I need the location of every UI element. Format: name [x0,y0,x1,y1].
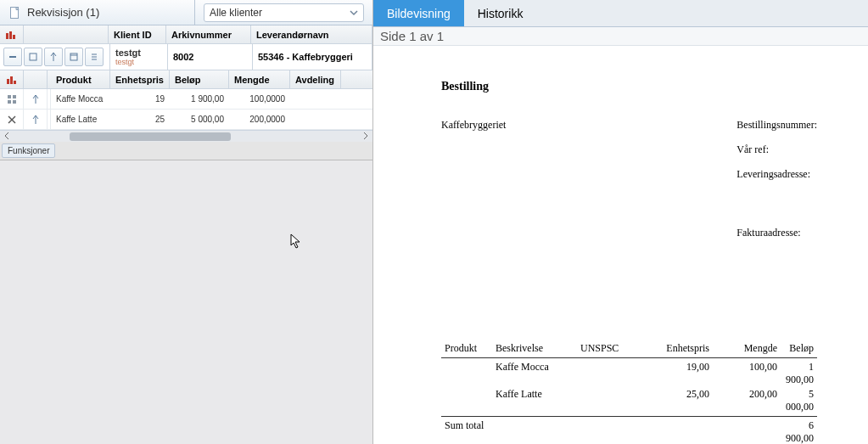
delete-icon[interactable] [0,110,24,129]
svg-rect-5 [30,53,36,60]
scroll-right-icon[interactable] [362,132,369,142]
list-button[interactable] [85,48,104,66]
empty-area [0,160,372,444]
svg-rect-1 [6,33,8,39]
product-grid: Produkt Enhetspris Beløp Mengde Avdeling… [0,70,372,142]
filter-value: Alle klienter [210,7,262,19]
tab-bildevisning[interactable]: Bildevisning [373,0,464,26]
svg-rect-12 [10,76,13,84]
scrollbar-thumb[interactable] [70,132,231,141]
dth-produkt: Produkt [441,341,492,356]
dtc-ep: 25,00 [645,387,713,414]
dth-beskrivelse: Beskrivelse [492,341,577,356]
table-row[interactable]: Kaffe Mocca 19 1 900,00 100,0000 [0,89,372,110]
status-icon [0,25,24,43]
client-row[interactable]: testgt testgt 8002 55346 - Kaffebryggeri [0,44,372,70]
th-arkivnummer[interactable]: Arkivnummer [166,25,251,43]
filter-dropdown[interactable]: Alle klienter [195,0,372,25]
page-indicator: Side 1 av 1 [373,27,868,46]
dtc-sum-label: Sum total [441,419,492,444]
cell-ep: 19 [110,89,170,109]
client-grid: Klient ID Arkivnummer Leverandørnavn tes… [0,25,372,70]
cell-lev: 55346 - Kaffebryggeri [253,44,372,70]
cell-ep: 25 [110,110,170,129]
label-levadr: Leveringsadresse: [736,168,817,181]
cell-klient-sub: testgt [115,58,162,66]
dth-belop: Beløp [781,341,817,356]
dtc-sum-val: 6 900,00 [781,419,817,444]
cell-mengde: 200,0000 [229,110,290,129]
doc-supplier: Kaffebryggeriet [441,119,506,132]
label-faktadr: Fakturaadresse: [736,227,817,239]
cell-klient-id: testgt [115,48,162,58]
dtc-besk: Kaffe Mocca [492,360,577,387]
th-produkt[interactable]: Produkt [51,70,110,88]
svg-rect-6 [70,53,77,60]
window-button[interactable] [64,48,83,66]
cell-mengde: 100,0000 [229,89,290,109]
header-bar: Rekvisisjon (1) Alle klienter [0,0,372,25]
doc-table: Produkt Beskrivelse UNSPSC Enhetspris Me… [441,341,817,444]
th-avdeling[interactable]: Avdeling [290,70,341,88]
funksjoner-button[interactable]: Funksjoner [2,143,55,158]
dth-enhetspris: Enhetspris [645,341,713,356]
th-mengde[interactable]: Mengde [229,70,290,88]
cell-belop: 5 000,00 [170,110,229,129]
svg-rect-16 [8,100,11,104]
select-button[interactable] [24,48,42,66]
horizontal-scrollbar[interactable] [0,130,372,142]
tree-icon[interactable] [24,110,48,129]
scroll-left-icon[interactable] [3,132,10,142]
svg-rect-14 [8,95,11,98]
right-pane: Bildevisning Historikk Side 1 av 1 Besti… [373,0,868,444]
label-varref: Vår ref: [736,143,817,156]
dth-mengde: Mengde [713,341,781,356]
tree-icon[interactable] [24,89,48,109]
th-klient-id[interactable]: Klient ID [109,25,166,43]
svg-rect-11 [7,79,9,84]
svg-rect-2 [9,31,12,39]
dtc-mg: 200,00 [713,387,781,414]
chevron-down-icon [350,8,358,17]
tab-historikk[interactable]: Historikk [464,0,537,26]
document-icon [8,6,22,20]
grid-icon[interactable] [0,89,24,109]
svg-rect-3 [13,35,15,39]
tab-bar: Bildevisning Historikk [373,0,868,27]
chart-icon[interactable] [0,70,24,88]
svg-rect-15 [13,95,16,98]
dtc-ep: 19,00 [645,360,713,387]
document-title: Rekvisisjon (1) [27,6,99,19]
cell-belop: 1 900,00 [170,89,229,109]
dtc-bl: 1 900,00 [781,360,817,387]
document-preview: Bestilling Kaffebryggeriet Bestillingsnu… [373,46,868,444]
svg-rect-13 [14,81,16,84]
label-bestnr: Bestillingsnummer: [736,119,817,132]
dth-unspsc: UNSPSC [577,341,645,356]
cell-produkt: Kaffe Latte [51,110,110,129]
th-leverandor[interactable]: Leverandørnavn [251,25,372,43]
cell-produkt: Kaffe Mocca [51,89,110,109]
collapse-button[interactable] [3,48,22,66]
doc-heading: Bestilling [441,80,817,93]
dtc-bl: 5 000,00 [781,387,817,414]
th-belop[interactable]: Beløp [170,70,229,88]
svg-rect-17 [13,100,16,104]
th-enhetspris[interactable]: Enhetspris [110,70,170,88]
left-pane: Rekvisisjon (1) Alle klienter Klient ID [0,0,373,444]
dtc-besk: Kaffe Latte [492,387,577,414]
cell-arkiv: 8002 [168,44,253,70]
document-tab[interactable]: Rekvisisjon (1) [0,0,195,25]
split-button[interactable] [44,48,63,66]
table-row[interactable]: Kaffe Latte 25 5 000,00 200,0000 [0,110,372,130]
dtc-mg: 100,00 [713,360,781,387]
